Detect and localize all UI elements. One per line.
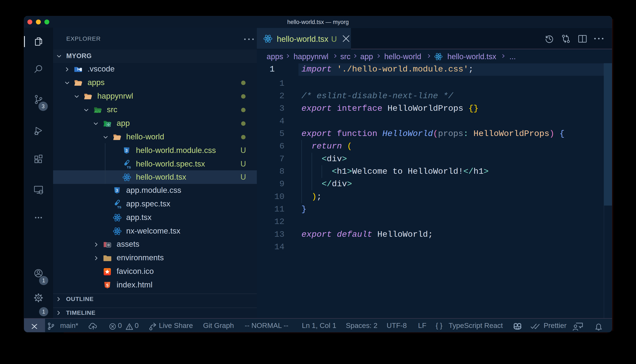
- svg-text:</>: </>: [95, 110, 101, 114]
- svg-text:3: 3: [116, 188, 118, 192]
- svg-text:5: 5: [106, 283, 109, 288]
- svg-text:3: 3: [126, 148, 128, 153]
- svg-text:TS: TS: [117, 205, 121, 209]
- svg-text:TS: TS: [127, 166, 131, 169]
